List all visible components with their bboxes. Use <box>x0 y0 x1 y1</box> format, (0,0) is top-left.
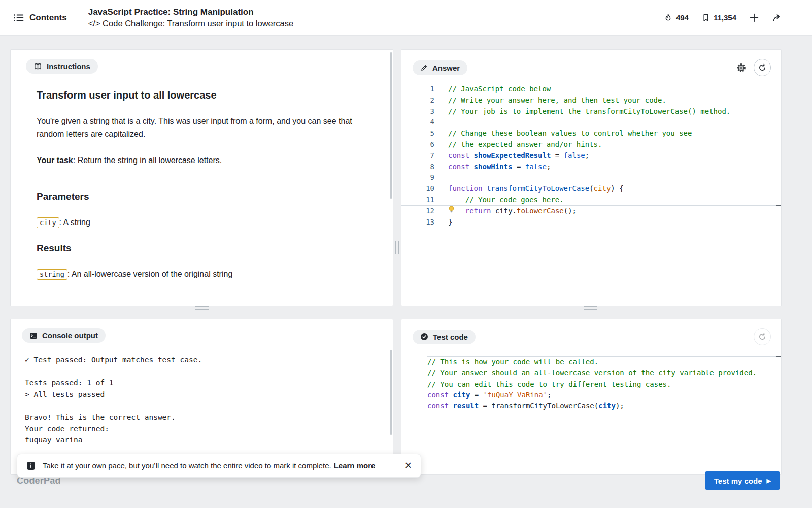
code-line[interactable]: // This is how your code will be called. <box>427 357 781 368</box>
reset-test-code-button[interactable] <box>754 328 771 345</box>
code-text: // JavaScript code below <box>434 84 551 95</box>
close-toast-button[interactable]: × <box>405 460 412 471</box>
line-number: 2 <box>401 95 434 106</box>
code-line[interactable]: 3// Your job is to implement the transfo… <box>401 106 781 117</box>
reset-answer-button[interactable] <box>754 59 771 76</box>
code-text: // Your job is to implement the transfor… <box>434 106 730 117</box>
code-line[interactable]: const result = transformCityToLowerCase(… <box>427 401 781 412</box>
challenge-intro: You're given a string that is a city. Th… <box>37 115 361 140</box>
line-number: 11 <box>401 195 434 206</box>
code-line[interactable]: 9 <box>401 172 781 183</box>
toast-message: Take it at your own pace, but you’ll nee… <box>43 461 375 470</box>
top-bar: Contents JavaScript Practice: String Man… <box>0 0 812 36</box>
editor-settings-button[interactable] <box>736 62 747 73</box>
code-line[interactable]: 6// the expected answer and/or hints. <box>401 139 781 150</box>
terminal-icon <box>29 332 38 340</box>
instructions-panel: Instructions Transform user input to all… <box>10 49 393 306</box>
console-badge-label: Console output <box>42 331 98 340</box>
page-title: JavaScript Practice: String Manipulation <box>88 7 293 17</box>
code-text: // This is how your code will be called. <box>427 357 598 368</box>
code-line[interactable]: 11 // Your code goes here. <box>401 195 781 206</box>
code-text <box>434 172 452 183</box>
bookmark-count: 11,354 <box>714 13 736 22</box>
line-number: 4 <box>401 117 434 128</box>
line-number: 9 <box>401 172 434 183</box>
code-line[interactable]: 1// JavaScript code below <box>401 84 781 95</box>
code-text: return city.toLowerCase(); <box>434 206 577 217</box>
challenge-task: Your task: Return the string in all lowe… <box>37 154 362 167</box>
instructions-scrollbar[interactable] <box>390 52 392 199</box>
code-line[interactable]: 2// Write your answer here, and then tes… <box>401 95 781 106</box>
resize-handle-right[interactable] <box>584 306 597 310</box>
page-subtitle: </> Code Challenge: Transform user input… <box>88 19 293 28</box>
code-text: function transformCityToLowerCase(city) … <box>434 183 624 195</box>
line-number: 3 <box>401 106 434 117</box>
reset-icon <box>758 333 766 341</box>
code-line[interactable]: 13} <box>401 217 781 228</box>
test-code-panel: Test code // This is how your code will … <box>401 319 782 475</box>
bookmark-stat[interactable]: 11,354 <box>702 13 736 22</box>
console-panel: Console output ✓ Test passed: Output mat… <box>10 319 393 475</box>
share-forward-icon <box>772 13 782 22</box>
code-line[interactable]: 7const showExpectedResult = false; <box>401 150 781 162</box>
code-line[interactable]: 4 <box>401 117 781 128</box>
code-line[interactable]: // You can edit this code to try differe… <box>427 379 781 390</box>
code-text: } <box>434 217 452 228</box>
console-line <box>25 366 393 377</box>
challenge-heading: Transform user input to all lowercase <box>37 89 362 102</box>
code-text: // Your code goes here. <box>434 195 564 206</box>
console-line: Tests passed: 1 of 1 <box>25 377 393 389</box>
code-line[interactable]: 12 return city.toLowerCase(); <box>401 206 781 217</box>
hint-lightbulb-icon[interactable] <box>448 206 457 217</box>
lesson-title-block: JavaScript Practice: String Manipulation… <box>88 7 293 28</box>
code-text: // the expected answer and/or hints. <box>434 139 602 150</box>
answer-code-editor[interactable]: 1// JavaScript code below2// Write your … <box>401 84 781 228</box>
console-line: ✓ Test passed: Output matches test case. <box>25 354 393 366</box>
code-text: const city = 'fuQuaY VaRina'; <box>427 390 551 401</box>
line-number: 6 <box>401 139 434 150</box>
code-line[interactable]: 10function transformCityToLowerCase(city… <box>401 183 781 195</box>
flame-icon <box>664 13 672 22</box>
console-scrollbar[interactable] <box>390 350 392 435</box>
streak-stat[interactable]: 494 <box>664 13 689 22</box>
code-text: const showExpectedResult = false; <box>434 150 589 162</box>
contents-list-icon <box>13 13 24 23</box>
task-text: : Return the string in all lowercase let… <box>73 156 222 165</box>
learn-more-link[interactable]: Learn more <box>334 461 376 470</box>
code-line[interactable]: 8const showHints = false; <box>401 162 781 173</box>
test-my-code-button[interactable]: Test my code ▶ <box>705 471 780 490</box>
instructions-badge-label: Instructions <box>47 62 90 71</box>
book-icon <box>33 62 42 71</box>
code-line[interactable]: const city = 'fuQuaY VaRina'; <box>427 390 781 401</box>
video-progress-toast: Take it at your own pace, but you’ll nee… <box>17 454 421 478</box>
info-icon <box>26 461 36 470</box>
add-button[interactable] <box>750 13 759 22</box>
line-number: 12 <box>401 206 434 217</box>
console-output: ✓ Test passed: Output matches test case.… <box>11 343 393 446</box>
parameter-line: city: A string <box>37 216 362 229</box>
result-code-chip: string <box>37 269 67 280</box>
line-number: 8 <box>401 162 434 173</box>
param-desc: : A string <box>59 218 90 227</box>
contents-button[interactable]: Contents <box>13 13 67 23</box>
line-number: 7 <box>401 150 434 162</box>
code-line[interactable]: 5// Change these boolean values to contr… <box>401 128 781 139</box>
streak-count: 494 <box>676 13 689 22</box>
bookmark-icon <box>702 13 710 22</box>
answer-badge-label: Answer <box>432 64 460 72</box>
resize-handle-left[interactable] <box>195 306 209 310</box>
answer-panel: Answer <box>401 49 782 306</box>
play-icon: ▶ <box>767 478 771 484</box>
check-circle-icon <box>420 333 428 341</box>
code-text: const showHints = false; <box>434 162 551 173</box>
share-button[interactable] <box>772 13 782 22</box>
param-code-chip: city <box>37 217 59 228</box>
results-heading: Results <box>37 242 362 255</box>
pencil-icon <box>420 64 428 72</box>
line-number: 5 <box>401 128 434 139</box>
instructions-body: Transform user input to all lowercase Yo… <box>11 74 393 281</box>
resize-handle-vertical[interactable] <box>395 241 399 254</box>
test-code-editor[interactable]: // This is how your code will be called.… <box>401 357 781 412</box>
code-line[interactable]: // Your answer should an all-lowercase v… <box>427 368 781 379</box>
code-text: const result = transformCityToLowerCase(… <box>427 401 624 412</box>
